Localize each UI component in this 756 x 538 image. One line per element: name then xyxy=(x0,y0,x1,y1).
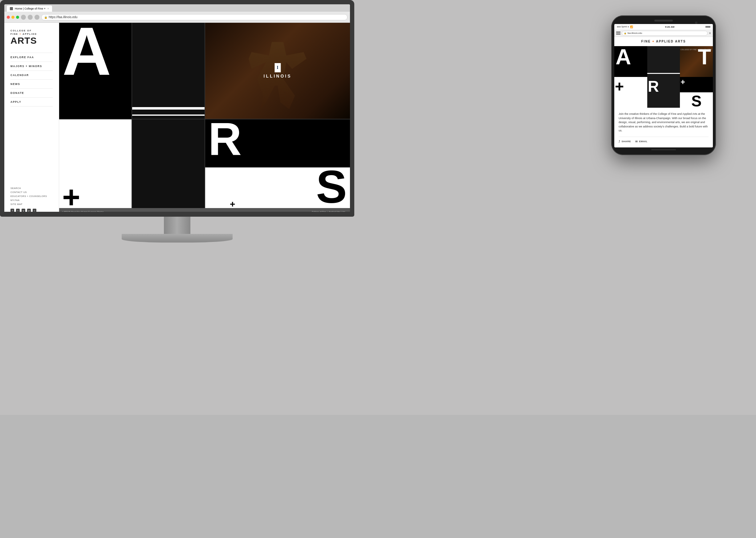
url-display: https://faa.illinois.edu xyxy=(49,15,77,19)
sidebar: COLLEGE OF FINE + APPLIED ARTS EXPLORE F… xyxy=(4,23,59,215)
phone-status-bar: ●●● Sprint ◂ 📶 9:26 AM ▮▮▮▮ xyxy=(614,24,713,29)
browser-tab[interactable]: Home | College of Fine + × xyxy=(7,6,52,12)
share-label: SHARE xyxy=(622,140,631,143)
phone-hero-line xyxy=(647,73,680,74)
hero-line-2 xyxy=(132,115,205,116)
phone-hero-grid: A T + xyxy=(614,46,713,108)
monitor-neck xyxy=(164,217,190,235)
main-hero: A T xyxy=(59,23,350,215)
phone-device: ●●● Sprint ◂ 📶 9:26 AM ▮▮▮▮ 🔒 faa.illino… xyxy=(611,15,716,155)
phone-actions: ⤴ SHARE ✉ EMAIL xyxy=(619,137,709,143)
phone-site-header: FINE + APPLIED ARTS xyxy=(614,37,713,46)
nav-contact[interactable]: CONTACT US xyxy=(11,191,53,193)
phone-battery-icon: ▮▮▮▮ xyxy=(706,26,710,28)
phone-url: faa.illinois.edu xyxy=(628,32,642,34)
email-button[interactable]: ✉ EMAIL xyxy=(635,140,648,143)
email-label: EMAIL xyxy=(639,140,648,143)
back-button[interactable] xyxy=(21,15,26,20)
browser-chrome: 🔒 https://faa.illinois.edu xyxy=(4,12,350,23)
nav-donate[interactable]: DONATE xyxy=(11,89,53,98)
maximize-window-button[interactable] xyxy=(16,16,19,19)
phone-title-plus: + xyxy=(652,40,655,43)
hero-line-bottom xyxy=(205,204,292,206)
nav-search[interactable]: SEARCH xyxy=(11,187,53,189)
hamburger-menu-icon[interactable] xyxy=(616,32,620,34)
phone-carrier: ●●● Sprint ◂ xyxy=(617,26,629,28)
logo-plus-sign: + xyxy=(20,32,21,35)
close-window-button[interactable] xyxy=(7,16,10,19)
phone-hero-cell-s-white: S xyxy=(680,92,713,108)
phone-time: 9:26 AM xyxy=(634,26,706,28)
phone-plus-small: + xyxy=(680,78,685,86)
phone-hero-cell-s: S + xyxy=(680,77,713,108)
refresh-button[interactable] xyxy=(34,15,39,20)
illinois-logo: I ILLINOIS xyxy=(263,63,291,79)
browser-tab-bar: Home | College of Fine + × xyxy=(4,4,350,12)
hero-plus-sign: + xyxy=(62,182,80,212)
phone-address-bar[interactable]: 🔒 faa.illinois.edu xyxy=(622,31,708,36)
nav-apply[interactable]: APPLY xyxy=(11,98,53,106)
hero-cell-a: A xyxy=(59,23,132,119)
hero-image: A T xyxy=(59,23,350,215)
utility-nav: SEARCH CONTACT US EDUCATORS + COUNSELORS… xyxy=(11,187,53,206)
hero-plus-3: + xyxy=(230,199,235,209)
address-bar[interactable]: 🔒 https://faa.illinois.edu xyxy=(41,14,347,20)
phone-hero-letter-a: A xyxy=(614,46,632,68)
phone-hero-cell-plus: + xyxy=(614,77,647,108)
tab-close-button[interactable]: × xyxy=(47,7,49,10)
hero-cell-plus: + xyxy=(59,119,132,215)
phone-hero-letter-r: R xyxy=(647,77,660,96)
phone-hero: A T + xyxy=(614,46,713,108)
tab-title: Home | College of Fine + xyxy=(15,7,46,10)
hero-cell-lines xyxy=(132,23,205,119)
phone-site-title: FINE + APPLIED ARTS xyxy=(641,40,686,43)
hero-cell-t: T I ILLINOIS xyxy=(205,23,350,119)
phone-hero-letter-s: S xyxy=(691,92,702,108)
nav-sitemap[interactable]: SITE MAP xyxy=(11,203,53,206)
nav-educators[interactable]: EDUCATORS + COUNSELORS xyxy=(11,195,53,197)
illinois-wordmark: ILLINOIS xyxy=(263,74,291,79)
phone-lock-icon: 🔒 xyxy=(624,32,627,34)
primary-nav: EXPLORE FAA MAJORS + MINORS CALENDAR NEW… xyxy=(11,53,53,182)
hero-plus-2: + xyxy=(215,183,221,197)
share-button[interactable]: ⤴ SHARE xyxy=(619,140,631,143)
menu-line-3 xyxy=(616,34,620,34)
nav-majors-minors[interactable]: MAJORS + MINORS xyxy=(11,62,53,71)
phone-speaker xyxy=(654,20,673,22)
phone-hero-plus: + xyxy=(614,77,624,96)
illinois-block-i: I xyxy=(275,63,281,72)
hero-line-1 xyxy=(132,107,205,110)
menu-line-2 xyxy=(616,33,620,33)
nav-explore-faa[interactable]: EXPLORE FAA xyxy=(11,53,53,62)
phone-browser-bar: 🔒 faa.illinois.edu × xyxy=(614,29,713,37)
forward-button[interactable] xyxy=(28,15,32,20)
phone-hero-cell-mid xyxy=(647,46,680,77)
phone-bezel: ●●● Sprint ◂ 📶 9:26 AM ▮▮▮▮ 🔒 faa.illino… xyxy=(611,15,716,155)
minimize-window-button[interactable] xyxy=(11,16,15,19)
nav-calendar[interactable]: CALENDAR xyxy=(11,71,53,80)
phone-hero-cell-a: A xyxy=(614,46,647,77)
phone-text-content: Join the creative thinkers of the Colleg… xyxy=(614,108,713,147)
sidebar-bottom: SEARCH CONTACT US EDUCATORS + COUNSELORS… xyxy=(11,182,53,212)
hero-letter-r: R xyxy=(208,119,241,159)
monitor-wrap: Home | College of Fine + × 🔒 https://faa… xyxy=(0,0,354,538)
nav-myfaa[interactable]: MY.FAA xyxy=(11,199,53,202)
hero-cell-dark xyxy=(132,119,205,215)
monitor-base xyxy=(122,234,232,242)
phone-hero-cell-r: R xyxy=(647,77,680,108)
hero-cell-rs: S R + + xyxy=(205,119,350,215)
logo-college-text: COLLEGE OF FINE + APPLIED xyxy=(11,29,53,36)
hero-grid: A T xyxy=(59,23,350,215)
nav-news[interactable]: NEWS xyxy=(11,80,53,89)
share-icon: ⤴ xyxy=(619,140,620,143)
phone-screen: ●●● Sprint ◂ 📶 9:26 AM ▮▮▮▮ 🔒 faa.illino… xyxy=(614,24,713,147)
phone-tab-close[interactable]: × xyxy=(709,31,711,35)
site-content: COLLEGE OF FINE + APPLIED ARTS EXPLORE F… xyxy=(4,23,350,215)
phone-home-indicator[interactable] xyxy=(651,149,676,150)
hero-letter-s: S xyxy=(316,167,347,207)
email-icon: ✉ xyxy=(635,140,638,143)
traffic-lights xyxy=(7,16,19,19)
phone-hero-cell-t: T xyxy=(680,46,713,77)
phone-college-label: COLLEGE OF FINE + APPLIED ARTS xyxy=(680,49,712,50)
phone-camera xyxy=(695,22,697,24)
